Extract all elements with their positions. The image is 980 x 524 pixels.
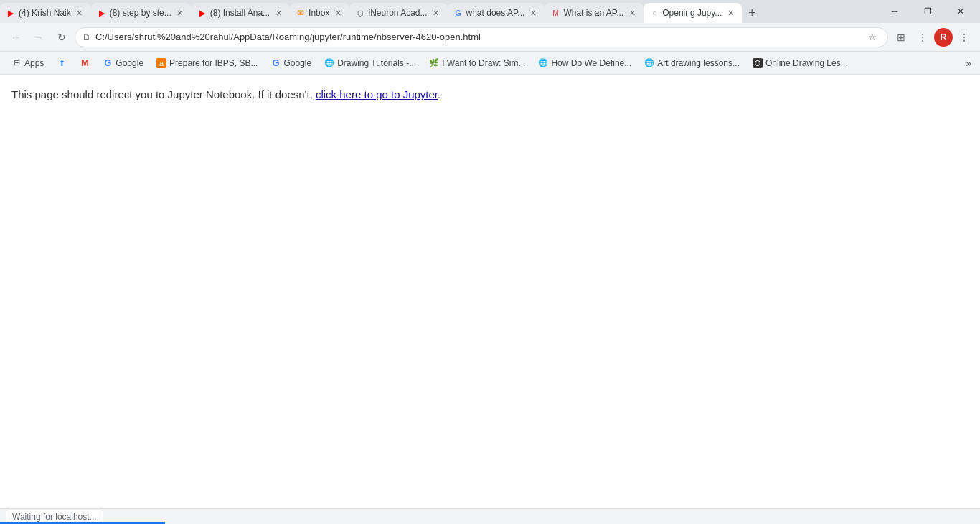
iwant-icon: 🌿 bbox=[429, 58, 439, 68]
tab-title: iNeuron Acad... bbox=[368, 8, 427, 18]
window-controls: ─ ❐ ✕ bbox=[878, 0, 980, 23]
tab-ineuron[interactable]: ⬡ iNeuron Acad... ✕ bbox=[349, 3, 447, 23]
bookmark-apps[interactable]: ⊞ Apps bbox=[6, 56, 50, 70]
tab-what-is-api[interactable]: M What is an AP... ✕ bbox=[545, 3, 644, 23]
tab-what-does-api[interactable]: G what does AP... ✕ bbox=[448, 3, 545, 23]
jupyter-link[interactable]: click here to go to Jupyter bbox=[316, 88, 438, 100]
forward-button[interactable]: → bbox=[29, 27, 49, 47]
toolbar-actions: ⊞ ⋮ R ⋮ bbox=[891, 27, 974, 47]
bookmark-iwant[interactable]: 🌿 I Want to Draw: Sim... bbox=[423, 56, 531, 70]
page-redirect-text-before: This page should redirect you to Jupyter… bbox=[11, 88, 316, 100]
facebook-icon: f bbox=[57, 58, 67, 68]
tab-opening-jupyter[interactable]: ○ Opening Jupy... ✕ bbox=[644, 3, 742, 23]
bookmark-howdo[interactable]: 🌐 How Do We Define... bbox=[532, 56, 637, 70]
art-icon: 🌐 bbox=[644, 58, 654, 68]
tab-install-anaconda[interactable]: ▶ (8) Install Ana... ✕ bbox=[192, 3, 290, 23]
bookmark-label: Drawing Tutorials -... bbox=[337, 58, 416, 68]
minimize-button[interactable]: ─ bbox=[878, 0, 911, 23]
tab-title: Opening Jupy... bbox=[662, 8, 722, 18]
bookmark-label: Art drawing lessons... bbox=[657, 58, 740, 68]
bookmark-facebook[interactable]: f bbox=[51, 56, 72, 70]
titlebar: ▶ (4) Krish Naik ✕ ▶ (8) step by ste... … bbox=[0, 0, 980, 23]
extensions-button[interactable]: ⊞ bbox=[891, 27, 911, 47]
file-icon: 🗋 bbox=[83, 32, 91, 42]
bookmark-art[interactable]: 🌐 Art drawing lessons... bbox=[639, 56, 745, 70]
tab-title: (8) Install Ana... bbox=[210, 8, 270, 18]
bookmark-button[interactable]: ☆ bbox=[864, 29, 880, 45]
tab-title: what does AP... bbox=[466, 8, 525, 18]
tab-inbox[interactable]: ✉ Inbox ✕ bbox=[290, 3, 349, 23]
url-text: C:/Users/shruti%20and%20rahul/AppData/Ro… bbox=[95, 32, 860, 42]
bookmark-gmail[interactable]: M bbox=[74, 56, 95, 70]
close-button[interactable]: ✕ bbox=[944, 0, 977, 23]
howdo-icon: 🌐 bbox=[538, 58, 548, 68]
tab-close-button[interactable]: ✕ bbox=[273, 7, 284, 19]
bookmark-label: How Do We Define... bbox=[551, 58, 631, 68]
inbox-icon: ✉ bbox=[296, 8, 306, 18]
bookmarks-bar: ⊞ Apps f M G Google a Prepare for IBPS, … bbox=[0, 52, 980, 75]
tab-close-button[interactable]: ✕ bbox=[332, 7, 344, 19]
meetup-icon: M bbox=[550, 8, 560, 18]
tab-close-button[interactable]: ✕ bbox=[174, 7, 186, 19]
bookmark-label: Google bbox=[283, 58, 311, 68]
refresh-button[interactable]: ↻ bbox=[52, 27, 72, 47]
jupyter-icon: ○ bbox=[649, 8, 659, 18]
tabs-container: ▶ (4) Krish Naik ✕ ▶ (8) step by ste... … bbox=[0, 0, 878, 23]
tab-title: (4) Krish Naik bbox=[19, 8, 71, 18]
bookmark-label: Google bbox=[116, 58, 143, 68]
youtube-icon: ▶ bbox=[97, 8, 107, 18]
restore-button[interactable]: ❐ bbox=[911, 0, 944, 23]
google-g-icon2: G bbox=[270, 58, 281, 68]
bookmark-prepare[interactable]: a Prepare for IBPS, SB... bbox=[151, 56, 263, 70]
bookmark-google[interactable]: G Google bbox=[97, 56, 149, 70]
user-menu-button[interactable]: ⋮ bbox=[913, 27, 933, 47]
online-icon: O bbox=[753, 58, 763, 68]
bookmark-label: Online Drawing Les... bbox=[765, 58, 848, 68]
bookmark-label: I Want to Draw: Sim... bbox=[442, 58, 525, 68]
ineuron-icon: ⬡ bbox=[355, 8, 365, 18]
bookmark-online[interactable]: O Online Drawing Les... bbox=[747, 56, 854, 70]
apps-grid-icon: ⊞ bbox=[11, 58, 22, 68]
address-bar[interactable]: 🗋 C:/Users/shruti%20and%20rahul/AppData/… bbox=[75, 27, 888, 47]
google-g-icon: G bbox=[103, 58, 113, 68]
tab-krish-naik[interactable]: ▶ (4) Krish Naik ✕ bbox=[0, 3, 91, 23]
page-redirect-text-after: . bbox=[438, 88, 440, 100]
tab-close-button[interactable]: ✕ bbox=[527, 7, 539, 19]
bookmark-google2[interactable]: G Google bbox=[265, 56, 317, 70]
bookmark-drawing[interactable]: 🌐 Drawing Tutorials -... bbox=[319, 56, 422, 70]
tab-close-button[interactable]: ✕ bbox=[725, 7, 736, 19]
bookmark-label: Apps bbox=[24, 58, 44, 68]
tab-close-button[interactable]: ✕ bbox=[626, 7, 638, 19]
address-actions: ☆ bbox=[864, 29, 880, 45]
profile-button[interactable]: R bbox=[934, 28, 953, 47]
youtube-icon: ▶ bbox=[6, 8, 16, 18]
settings-button[interactable]: ⋮ bbox=[954, 27, 974, 47]
page-content: This page should redirect you to Jupyter… bbox=[0, 75, 980, 477]
omnibar: ← → ↻ 🗋 C:/Users/shruti%20and%20rahul/Ap… bbox=[0, 23, 980, 52]
tab-step-by-step[interactable]: ▶ (8) step by ste... ✕ bbox=[91, 3, 192, 23]
tab-title: (8) step by ste... bbox=[110, 8, 171, 18]
tab-close-button[interactable]: ✕ bbox=[430, 7, 442, 19]
google-icon: G bbox=[453, 8, 463, 18]
youtube-icon: ▶ bbox=[197, 8, 207, 18]
tab-title: Inbox bbox=[308, 8, 329, 18]
back-button[interactable]: ← bbox=[6, 27, 26, 47]
bookmark-label: Prepare for IBPS, SB... bbox=[169, 58, 258, 68]
new-tab-button[interactable]: + bbox=[742, 3, 762, 23]
tab-close-button[interactable]: ✕ bbox=[74, 7, 85, 19]
prepare-icon: a bbox=[156, 58, 166, 68]
tab-title: What is an AP... bbox=[563, 8, 623, 18]
gmail-icon: M bbox=[80, 58, 90, 68]
drawing-icon: 🌐 bbox=[324, 58, 334, 68]
bookmarks-more-button[interactable]: » bbox=[963, 55, 974, 72]
